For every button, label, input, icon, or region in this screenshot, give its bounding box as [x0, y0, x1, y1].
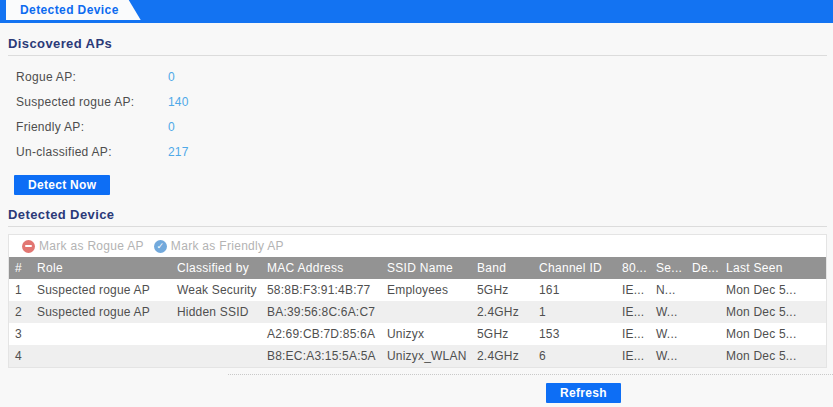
column-header[interactable]: Role — [33, 257, 173, 279]
table-body: 1Suspected rogue APWeak Security58:8B:F3… — [9, 279, 826, 367]
column-header[interactable]: # — [9, 257, 33, 279]
mark-as-rogue-button[interactable]: Mark as Rogue AP — [22, 239, 144, 253]
column-header[interactable]: Channel ID — [535, 257, 618, 279]
table-row[interactable]: 1Suspected rogue APWeak Security58:8B:F3… — [9, 279, 826, 301]
mark-as-friendly-button[interactable]: Mark as Friendly AP — [154, 239, 284, 253]
table-cell: Unizyx — [383, 323, 473, 345]
table-cell — [688, 279, 722, 301]
table-cell: IE... — [618, 279, 652, 301]
table-cell: 2.4GHz — [473, 345, 535, 367]
table-cell: Suspected rogue AP — [33, 301, 173, 323]
table-row[interactable]: 2Suspected rogue APHidden SSIDBA:39:56:8… — [9, 301, 826, 323]
column-header[interactable]: MAC Address — [263, 257, 383, 279]
column-header[interactable]: Se... — [652, 257, 688, 279]
minus-circle-icon — [22, 240, 35, 253]
table-cell — [688, 323, 722, 345]
table-cell: W... — [652, 323, 688, 345]
stat-row: Suspected rogue AP:140 — [16, 89, 833, 114]
table-cell: 2 — [9, 301, 33, 323]
table-cell: Hidden SSID — [173, 301, 263, 323]
discovered-aps-title: Discovered APs — [8, 36, 833, 51]
table-cell: BA:39:56:8C:6A:C7 — [263, 301, 383, 323]
table-row[interactable]: 4B8:EC:A3:15:5A:5AUnizyx_WLAN2.4GHz6IE..… — [9, 345, 826, 367]
table-cell: 5GHz — [473, 279, 535, 301]
table-cell: 4 — [9, 345, 33, 367]
table-cell — [173, 345, 263, 367]
mark-as-friendly-label: Mark as Friendly AP — [171, 239, 284, 253]
table-cell: N... — [652, 279, 688, 301]
detected-device-title: Detected Device — [8, 207, 833, 222]
table-cell: IE... — [618, 345, 652, 367]
table-cell: 5GHz — [473, 323, 535, 345]
table-cell: Mon Dec 5... — [722, 323, 826, 345]
table-cell: Mon Dec 5... — [722, 279, 826, 301]
column-header[interactable]: Last Seen — [722, 257, 826, 279]
stat-value: 217 — [168, 145, 189, 159]
table-toolbar: Mark as Rogue AP Mark as Friendly AP — [9, 235, 826, 257]
table-cell — [688, 345, 722, 367]
table-cell: 58:8B:F3:91:4B:77 — [263, 279, 383, 301]
table-cell: 1 — [535, 301, 618, 323]
stat-value: 0 — [168, 70, 175, 84]
table-cell: 1 — [9, 279, 33, 301]
table-cell: Employees — [383, 279, 473, 301]
column-header[interactable]: Band — [473, 257, 535, 279]
column-header[interactable]: 80... — [618, 257, 652, 279]
table-cell: W... — [652, 301, 688, 323]
section-divider — [8, 226, 827, 227]
footer: Refresh — [0, 375, 833, 407]
table-cell: A2:69:CB:7D:85:6A — [263, 323, 383, 345]
discovered-aps-section: Discovered APs Rogue AP:0Suspected rogue… — [0, 23, 833, 195]
stat-row: Un-classified AP:217 — [16, 139, 833, 164]
table-cell — [33, 345, 173, 367]
mark-as-rogue-label: Mark as Rogue AP — [39, 239, 144, 253]
ap-stats: Rogue AP:0Suspected rogue AP:140Friendly… — [0, 56, 833, 164]
stat-value: 0 — [168, 120, 175, 134]
detect-now-button[interactable]: Detect Now — [14, 175, 110, 195]
table-cell: 2.4GHz — [473, 301, 535, 323]
refresh-button[interactable]: Refresh — [546, 383, 621, 403]
table-cell: W... — [652, 345, 688, 367]
table-cell: Mon Dec 5... — [722, 301, 826, 323]
table-cell: 6 — [535, 345, 618, 367]
table-cell — [383, 301, 473, 323]
tab-detected-device[interactable]: Detected Device — [6, 0, 141, 20]
table-cell: Weak Security — [173, 279, 263, 301]
table-cell — [33, 323, 173, 345]
table-cell: Mon Dec 5... — [722, 345, 826, 367]
table-cell — [173, 323, 263, 345]
check-circle-icon — [154, 240, 167, 253]
stat-label: Rogue AP: — [16, 70, 168, 84]
table-cell: IE... — [618, 323, 652, 345]
stat-row: Rogue AP:0 — [16, 64, 833, 89]
detected-device-panel: Mark as Rogue AP Mark as Friendly AP #Ro… — [8, 234, 827, 368]
table-cell: 161 — [535, 279, 618, 301]
stat-label: Suspected rogue AP: — [16, 95, 168, 109]
column-header[interactable]: Classified by — [173, 257, 263, 279]
table-cell: Suspected rogue AP — [33, 279, 173, 301]
stat-row: Friendly AP:0 — [16, 114, 833, 139]
column-header[interactable]: De... — [688, 257, 722, 279]
tab-strip: Detected Device — [0, 0, 833, 23]
table-header-row: #RoleClassified byMAC AddressSSID NameBa… — [9, 257, 826, 279]
table-cell: IE... — [618, 301, 652, 323]
table-row[interactable]: 3A2:69:CB:7D:85:6AUnizyx5GHz153IE...W...… — [9, 323, 826, 345]
stat-value: 140 — [168, 95, 189, 109]
table-cell: B8:EC:A3:15:5A:5A — [263, 345, 383, 367]
table-cell: Unizyx_WLAN — [383, 345, 473, 367]
table-cell: 3 — [9, 323, 33, 345]
column-header[interactable]: SSID Name — [383, 257, 473, 279]
table-cell — [688, 301, 722, 323]
detected-device-table: #RoleClassified byMAC AddressSSID NameBa… — [9, 257, 826, 367]
detected-device-section: Detected Device Mark as Rogue AP Mark as… — [0, 195, 833, 407]
table-cell: 153 — [535, 323, 618, 345]
stat-label: Un-classified AP: — [16, 145, 168, 159]
stat-label: Friendly AP: — [16, 120, 168, 134]
